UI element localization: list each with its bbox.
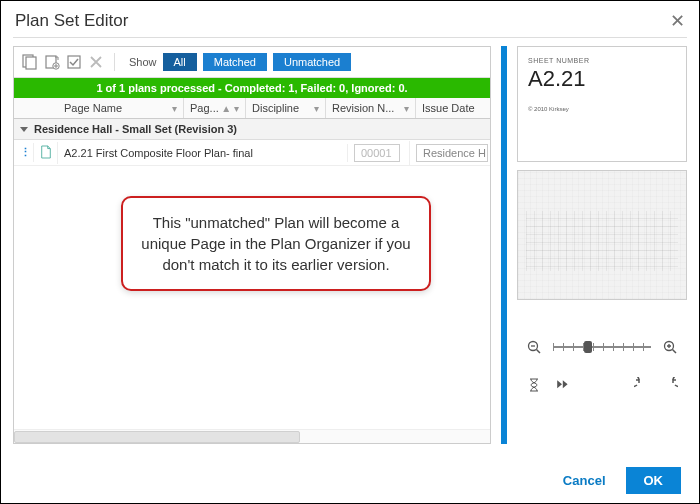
toolbar-separator xyxy=(114,53,115,71)
drag-handle-icon[interactable]: ⋮⋮ xyxy=(14,143,34,162)
scrollbar-thumb[interactable] xyxy=(14,431,300,443)
cell-discipline[interactable]: Residence H xyxy=(410,141,490,165)
group-row[interactable]: Residence Hall - Small Set (Revision 3) xyxy=(14,119,490,140)
col-issue-date[interactable]: Issue Date xyxy=(416,98,490,118)
sheet-info-card: SHEET NUMBER A2.21 © 2010 Kirksey xyxy=(517,46,687,162)
filter-icon[interactable]: ▾ xyxy=(404,103,409,114)
svg-rect-4 xyxy=(68,56,80,68)
sheet-number-value: A2.21 xyxy=(528,66,676,92)
horizontal-scrollbar[interactable] xyxy=(14,429,490,443)
ok-button[interactable]: OK xyxy=(626,467,682,494)
undo-icon[interactable] xyxy=(633,376,651,394)
col-issue-date-label: Issue Date xyxy=(422,102,475,114)
filter-icon[interactable]: ▾ xyxy=(172,103,177,114)
show-label: Show xyxy=(129,56,157,68)
zoom-in-icon[interactable] xyxy=(661,338,679,356)
col-expand xyxy=(14,98,34,118)
col-icon xyxy=(34,98,58,118)
preview-tools xyxy=(517,376,687,394)
col-page-no[interactable]: Pag... ▲ ▾ xyxy=(184,98,246,118)
preview-pane: SHEET NUMBER A2.21 © 2010 Kirksey xyxy=(517,46,687,444)
discipline-input[interactable]: Residence H xyxy=(416,144,488,162)
floorplan-thumbnail[interactable] xyxy=(517,170,687,300)
check-sheet-icon[interactable] xyxy=(66,54,82,70)
delete-icon[interactable] xyxy=(88,54,104,70)
col-revision-label: Revision N... xyxy=(332,102,394,114)
filter-all-button[interactable]: All xyxy=(163,53,197,71)
group-label: Residence Hall - Small Set (Revision 3) xyxy=(34,123,237,135)
toolbar: Show All Matched Unmatched xyxy=(14,47,490,78)
skip-icon[interactable] xyxy=(553,376,571,394)
column-headers: Page Name ▾ Pag... ▲ ▾ Discipline ▾ Revi… xyxy=(14,98,490,119)
col-discipline-label: Discipline xyxy=(252,102,299,114)
col-revision[interactable]: Revision N... ▾ xyxy=(326,98,416,118)
svg-rect-1 xyxy=(26,57,36,69)
cancel-button[interactable]: Cancel xyxy=(557,472,612,489)
col-discipline[interactable]: Discipline ▾ xyxy=(246,98,326,118)
zoom-controls xyxy=(517,338,687,356)
dialog-footer: Cancel OK xyxy=(1,461,699,494)
table-row[interactable]: ⋮⋮ A2.21 First Composite Floor Plan- fin… xyxy=(14,140,490,166)
copyright-text: © 2010 Kirksey xyxy=(528,106,676,112)
divider xyxy=(13,37,687,38)
cell-page-no[interactable]: 00001 xyxy=(348,141,410,165)
col-page-name-label: Page Name xyxy=(64,102,122,114)
sheets-icon[interactable] xyxy=(22,54,38,70)
dialog-title: Plan Set Editor xyxy=(15,11,128,31)
status-bar: 1 of 1 plans processed - Completed: 1, F… xyxy=(14,78,490,98)
filter-matched-button[interactable]: Matched xyxy=(203,53,267,71)
filter-icon[interactable]: ▾ xyxy=(314,103,319,114)
col-page-name[interactable]: Page Name ▾ xyxy=(58,98,184,118)
col-page-no-label: Pag... xyxy=(190,102,219,114)
sheet-number-label: SHEET NUMBER xyxy=(528,57,676,64)
add-sheet-icon[interactable] xyxy=(44,54,60,70)
chevron-down-icon xyxy=(20,127,28,132)
hourglass-icon[interactable] xyxy=(525,376,543,394)
filter-unmatched-button[interactable]: Unmatched xyxy=(273,53,351,71)
sort-icon[interactable]: ▲ ▾ xyxy=(221,103,239,114)
close-icon[interactable]: ✕ xyxy=(670,12,685,30)
cell-page-name: A2.21 First Composite Floor Plan- final xyxy=(58,144,348,162)
document-icon xyxy=(34,142,58,164)
annotation-callout: This "unmatched" Plan will become a uniq… xyxy=(121,196,431,291)
zoom-slider[interactable] xyxy=(553,340,651,354)
page-no-input[interactable]: 00001 xyxy=(354,144,400,162)
zoom-out-icon[interactable] xyxy=(525,338,543,356)
redo-icon[interactable] xyxy=(661,376,679,394)
vertical-splitter[interactable] xyxy=(501,46,507,444)
